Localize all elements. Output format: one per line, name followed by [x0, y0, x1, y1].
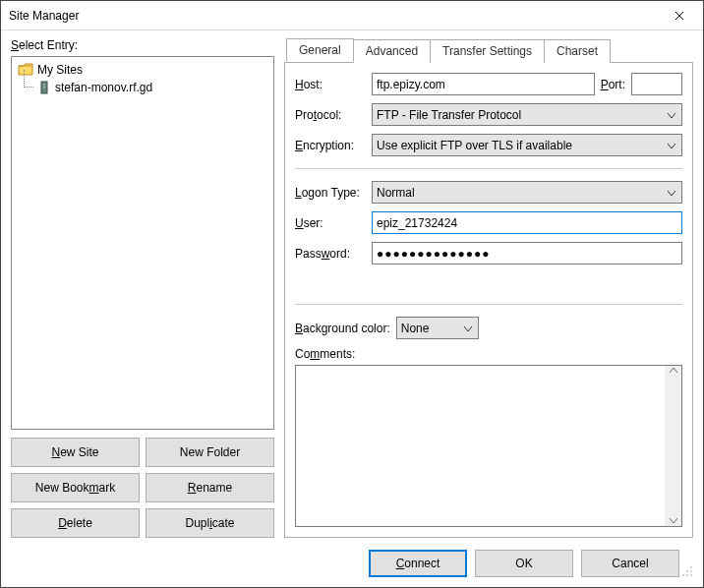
tab-transfer-settings[interactable]: Transfer Settings [430, 39, 545, 63]
user-label: User: [295, 216, 366, 230]
row-password: Password: [295, 242, 682, 265]
encryption-label: Encryption: [295, 139, 366, 152]
select-entry-label: Select Entry: [11, 38, 274, 52]
logon-type-label: Logon Type: [295, 186, 366, 200]
duplicate-button[interactable]: Duplicate [146, 508, 274, 538]
row-protocol: Protocol: FTP - File Transfer Protocol [295, 103, 682, 126]
tree-root-mysites[interactable]: My Sites [14, 61, 271, 79]
password-input[interactable] [372, 242, 682, 265]
tab-bar: General Advanced Transfer Settings Chars… [286, 38, 693, 62]
svg-point-6 [682, 574, 684, 576]
site-button-grid: New Site New Folder New Bookmark Rename … [11, 438, 274, 538]
cancel-button[interactable]: Cancel [581, 550, 679, 577]
port-label: Port: [601, 78, 625, 91]
rename-button[interactable]: Rename [146, 473, 274, 502]
site-manager-window: Site Manager Select Entry: My Sites [0, 0, 704, 588]
svg-point-2 [43, 87, 45, 88]
chevron-down-icon [668, 108, 675, 122]
svg-point-4 [686, 570, 688, 572]
tree-root-label: My Sites [37, 63, 83, 77]
left-panel: Select Entry: My Sites [11, 38, 274, 538]
comments-area: Comments: [295, 347, 682, 527]
encryption-select[interactable]: Use explicit FTP over TLS if available [372, 134, 682, 156]
content-area: Select Entry: My Sites [1, 30, 703, 587]
chevron-down-icon [464, 322, 472, 335]
svg-point-8 [690, 574, 692, 576]
bgcolor-select[interactable]: None [396, 317, 479, 339]
tab-panel-general: Host: Port: Protocol: FTP - File Transfe… [284, 62, 693, 538]
row-logon-type: Logon Type: Normal [295, 181, 682, 204]
ok-button[interactable]: OK [475, 550, 573, 577]
upper-area: Select Entry: My Sites [11, 38, 693, 538]
connect-button[interactable]: Connect [369, 550, 467, 577]
divider [295, 168, 682, 169]
close-icon [675, 11, 684, 21]
password-label: Password: [295, 247, 366, 261]
tab-general[interactable]: General [286, 38, 354, 62]
host-input[interactable] [372, 73, 595, 95]
resize-grip-icon[interactable] [679, 563, 693, 577]
chevron-down-icon [670, 518, 677, 524]
row-encryption: Encryption: Use explicit FTP over TLS if… [295, 134, 682, 156]
bottom-bar: Connect OK Cancel [11, 538, 679, 577]
protocol-select[interactable]: FTP - File Transfer Protocol [372, 103, 682, 126]
right-panel: General Advanced Transfer Settings Chars… [284, 38, 693, 538]
comments-scrollbar[interactable] [665, 366, 681, 526]
comments-textarea[interactable] [296, 366, 665, 526]
spacer [295, 272, 682, 292]
comments-textarea-wrap [295, 365, 682, 527]
bottom-wrap: Connect OK Cancel [11, 538, 693, 577]
titlebar: Site Manager [1, 1, 703, 30]
svg-point-5 [690, 570, 692, 572]
svg-point-3 [690, 566, 692, 568]
bgcolor-value: None [401, 322, 430, 335]
new-site-button[interactable]: New Site [11, 438, 140, 467]
logon-type-value: Normal [377, 186, 415, 200]
server-icon [37, 81, 51, 94]
row-host: Host: Port: [295, 73, 682, 95]
chevron-down-icon [668, 186, 675, 200]
port-input[interactable] [631, 73, 682, 95]
tab-charset[interactable]: Charset [544, 39, 611, 63]
tree-item-label: stefan-monov.rf.gd [55, 81, 152, 94]
tab-advanced[interactable]: Advanced [353, 39, 431, 63]
window-title: Site Manager [9, 9, 658, 23]
chevron-up-icon [670, 368, 677, 374]
tree-item-site[interactable]: stefan-monov.rf.gd [14, 79, 271, 96]
svg-point-7 [686, 574, 688, 576]
new-folder-button[interactable]: New Folder [146, 438, 274, 467]
logon-type-select[interactable]: Normal [372, 181, 682, 204]
delete-button[interactable]: Delete [11, 508, 140, 538]
tree-connector [24, 70, 33, 88]
new-bookmark-button[interactable]: New Bookmark [11, 473, 140, 502]
site-tree[interactable]: My Sites stefan-monov.rf.gd [11, 56, 274, 430]
protocol-value: FTP - File Transfer Protocol [377, 108, 521, 122]
divider [295, 304, 682, 305]
user-input[interactable] [372, 211, 682, 234]
host-label: Host: [295, 78, 366, 91]
bgcolor-label: Background color: [295, 322, 390, 335]
comments-label: Comments: [295, 347, 682, 361]
svg-point-1 [43, 84, 45, 86]
close-button[interactable] [658, 2, 701, 29]
row-bgcolor: Background color: None [295, 317, 682, 339]
encryption-value: Use explicit FTP over TLS if available [377, 139, 572, 152]
chevron-down-icon [668, 139, 675, 152]
row-user: User: [295, 211, 682, 234]
protocol-label: Protocol: [295, 108, 366, 122]
